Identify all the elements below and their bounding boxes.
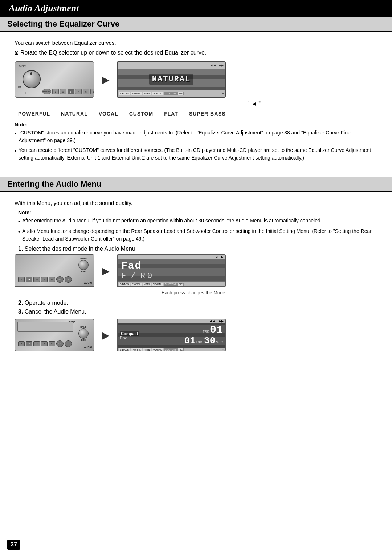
note-item-4: • Audio Menu functions change depending … xyxy=(18,227,377,243)
audio-btn-5[interactable]: 5 xyxy=(41,277,48,282)
natural-text: NATURAL xyxy=(149,74,193,85)
btn-3[interactable]: 3• xyxy=(68,89,74,94)
audio-label: AUDIO xyxy=(84,282,92,284)
audio-btn-3[interactable]: 3• xyxy=(26,277,32,282)
arrow-down-icon: ↓ xyxy=(25,91,26,95)
func-knob[interactable] xyxy=(78,328,89,339)
cancel-btn-pt[interactable]: PT xyxy=(56,340,64,347)
bullet-1: • xyxy=(15,130,16,137)
top-control-btns: ◄◄ ▶▶ xyxy=(210,64,224,67)
image-row-1: DISP ↑ ↓ SOURCE 1 2 3• •4 5 6 RT xyxy=(15,61,377,98)
tag-sbass-1: S.BASS xyxy=(119,92,130,95)
audio-btn-p[interactable]: P xyxy=(65,276,72,283)
btn-6[interactable]: 6 xyxy=(90,89,94,94)
func-knob-group: BAND ESC xyxy=(78,326,89,341)
fad-tag-pwrfl: PWRFL xyxy=(131,283,142,286)
prev-btn-icon[interactable]: ◄◄ xyxy=(210,64,216,67)
audio-btns-row: 2 3• •4 5 6 PT P xyxy=(18,276,73,283)
compact-tag-end: ⌐ xyxy=(222,348,224,351)
fad-line2-row: F / R 0 xyxy=(121,271,221,280)
arrow-icon-1: ▶ xyxy=(102,74,110,86)
trk-label: TRK xyxy=(203,330,209,334)
device-audio-1: BAND ESC AUDIO 2 3• •4 5 6 PT P xyxy=(15,254,94,287)
step-2-text: Operate a mode. xyxy=(25,300,68,306)
fad-tag-sbass: S.BASS xyxy=(119,283,130,286)
next-btn-icon[interactable]: ▶▶ xyxy=(219,64,224,67)
fad-prev-icon: ◄ xyxy=(215,255,218,259)
display-fad: ◄ ▶ Fad F / R 0 S.BASS PWRFL NTRL VOCAL … xyxy=(117,254,226,287)
device-cancel-1: FUNC BAND ESC AUDIO 2 3• •4 5 6 xyxy=(15,319,94,351)
cancel-btn-4[interactable]: •4 xyxy=(33,341,40,346)
tag-custom-1: CUSTOM xyxy=(164,92,177,95)
compact-prev-icon: ◄◄ xyxy=(209,319,216,323)
display-bottom-1: S.BASS PWRFL NTRL VOCAL CUSTOM FIE ⌐ xyxy=(118,90,225,97)
audio-btn-pt[interactable]: PT xyxy=(56,276,64,283)
eq-vocal: VOCAL xyxy=(99,111,118,117)
disp-label: DISP xyxy=(19,65,25,68)
trk-num: 01 xyxy=(210,324,223,335)
cancel-btn-2[interactable]: 2 xyxy=(18,341,25,346)
esc-label-2: ESC xyxy=(81,339,86,341)
esc-label: ESC xyxy=(81,270,86,273)
compact-label-bottom: Disc xyxy=(120,336,139,340)
time-sec-label: sec xyxy=(216,339,223,344)
compact-tag-fie: FIE xyxy=(177,348,184,351)
compact-next-icon: ▶▶ xyxy=(219,319,224,323)
fad-text-line2: F / R xyxy=(121,271,145,280)
note-text-4: Audio Menu functions change depending on… xyxy=(22,227,377,243)
bullet-3: • xyxy=(18,218,20,225)
section2-title: Entering the Audio Menu xyxy=(7,179,385,189)
page-title: Audio Adjustment xyxy=(9,3,383,14)
note-label-1: Note: xyxy=(15,122,377,128)
eq-flat: FLAT xyxy=(164,111,178,117)
audio-btn-2[interactable]: 2 xyxy=(18,277,25,282)
step-1-text: Select the desired mode in the Audio Men… xyxy=(25,246,137,252)
cancel-btn-3[interactable]: 3• xyxy=(26,341,32,346)
source-btn[interactable]: SOURCE xyxy=(42,89,51,94)
audio-btn-4[interactable]: •4 xyxy=(33,277,40,282)
audio-label-2: AUDIO xyxy=(84,346,92,348)
eq-custom: CUSTOM xyxy=(129,111,153,117)
step-3-text: Cancel the Audio Menu. xyxy=(25,308,86,315)
compact-tag-custom: CUSTOM xyxy=(164,348,177,351)
page-number: 37 xyxy=(7,540,20,550)
section1-header: Selecting the Equalizer Curve xyxy=(0,17,392,32)
fad-tag-end: ⌐ xyxy=(222,282,224,286)
band-knob[interactable] xyxy=(78,260,89,270)
tag-ntrl-1: NTRL xyxy=(143,92,151,95)
compact-tag-ntrl: NTRL xyxy=(143,348,151,351)
device-audio-inner: BAND ESC AUDIO 2 3• •4 5 6 PT P xyxy=(15,255,94,286)
device-left-1: DISP ↑ ↓ SOURCE 1 2 3• •4 5 6 RT xyxy=(15,61,94,98)
audio-btn-6[interactable]: 6 xyxy=(49,277,55,282)
cancel-btn-5[interactable]: 5 xyxy=(41,341,48,346)
btn-5[interactable]: 5 xyxy=(83,89,89,94)
arrow-icon-2: ▶ xyxy=(102,265,110,277)
note-text-1: "CUSTOM" stores an equalizer curve you h… xyxy=(19,129,377,144)
btn-1[interactable]: 1 xyxy=(52,89,59,94)
yen-symbol: ¥ xyxy=(15,49,18,57)
note-label-2: Note: xyxy=(18,210,377,215)
note-item-1: • "CUSTOM" stores an equalizer curve you… xyxy=(15,129,377,144)
device-cancel-inner: FUNC BAND ESC AUDIO 2 3• •4 5 6 xyxy=(15,319,94,351)
compact-tag-pwrfl: PWRFL xyxy=(131,348,142,351)
band-knob-group: BAND ESC xyxy=(78,257,89,273)
note-section-1: Note: • "CUSTOM" stores an equalizer cur… xyxy=(15,122,377,162)
btn-4[interactable]: •4 xyxy=(75,89,82,94)
compact-bottom-bar: S.BASS PWRFL NTRL VOCAL CUSTOM FIE ⌐ xyxy=(118,348,225,351)
fad-text-line1: Fad xyxy=(121,260,221,271)
cancel-btn-6[interactable]: 6 xyxy=(49,341,55,346)
tag-vocal-1: VOCAL xyxy=(152,92,163,95)
arrow-icon-3: ▶ xyxy=(102,329,110,341)
section1-bullet: ¥ Rotate the EQ selector up or down to s… xyxy=(15,49,377,57)
cancel-btns-row: 2 3• •4 5 6 PT P xyxy=(18,340,73,347)
tag-last-1: ⌐ xyxy=(222,92,224,95)
time-sec: 30 xyxy=(204,335,215,346)
fad-main-area: Fad F / R 0 xyxy=(118,259,225,282)
cancel-btn-p[interactable]: P xyxy=(65,340,72,347)
band-esc-label: BAND xyxy=(80,326,86,328)
eq-powerful: POWERFUL xyxy=(18,111,50,117)
btn-2[interactable]: 2 xyxy=(60,89,66,94)
eq-knob[interactable] xyxy=(23,70,41,88)
note-item-3: • After entering the Audio Menu, if you … xyxy=(18,217,377,225)
section1-bullet-text: Rotate the EQ selector up or down to sel… xyxy=(20,49,206,56)
